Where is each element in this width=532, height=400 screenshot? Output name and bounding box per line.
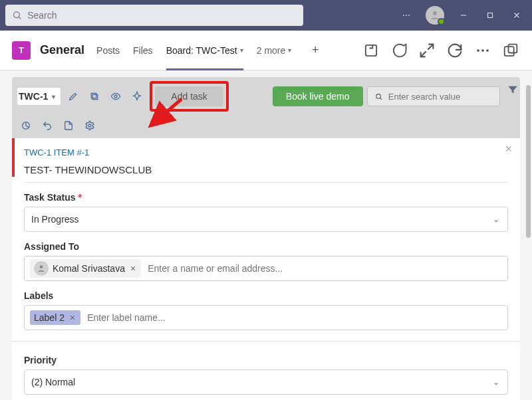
popout-icon[interactable] [501, 41, 520, 60]
svg-line-1 [19, 17, 21, 19]
chat-icon[interactable] [390, 41, 408, 60]
search-icon [12, 10, 22, 21]
tab-more-label: 2 more [257, 45, 286, 56]
user-avatar[interactable] [426, 6, 444, 25]
window-minimize-button[interactable] [452, 4, 475, 27]
close-panel-button[interactable]: × [505, 142, 512, 156]
add-tab-button[interactable]: + [307, 43, 323, 58]
settings-icon[interactable] [81, 117, 98, 134]
share-to-outlook-icon[interactable] [362, 41, 380, 60]
svg-rect-14 [505, 47, 514, 56]
task-status-label: Task Status [24, 192, 76, 203]
filter-icon[interactable] [507, 84, 519, 96]
scrollbar-thumb[interactable] [526, 85, 531, 238]
edit-icon[interactable] [65, 88, 82, 105]
priority-bar [12, 138, 15, 177]
remove-assignee-button[interactable]: × [129, 263, 137, 274]
svg-point-3 [406, 15, 407, 16]
chart-icon[interactable] [17, 117, 35, 134]
assignee-chip: Komal Srivastava × [30, 259, 141, 278]
project-selector[interactable]: TWC-1▾ [17, 88, 61, 105]
chevron-down-icon: ⌄ [493, 215, 499, 224]
assigned-to-input[interactable] [146, 259, 502, 278]
svg-rect-7 [488, 13, 493, 18]
channel-header: T General Posts Files Board: TWC-Test▾ 2… [0, 31, 532, 70]
global-search-input[interactable] [27, 10, 297, 21]
labels-label: Labels [24, 290, 53, 301]
svg-rect-17 [92, 93, 96, 98]
task-title-input[interactable] [24, 161, 508, 183]
board-search-input[interactable] [388, 92, 493, 102]
pin-icon[interactable] [128, 88, 146, 105]
chevron-down-icon: ⌄ [493, 377, 499, 387]
avatar-icon [34, 261, 49, 276]
titlebar [0, 0, 532, 31]
more-options-icon[interactable] [395, 4, 418, 27]
tab-files[interactable]: Files [133, 31, 153, 70]
task-item-id[interactable]: TWC-1 ITEM #-1 [24, 148, 508, 157]
label-chip-text: Label 2 [34, 312, 65, 323]
labels-field[interactable]: Label 2 × [24, 305, 508, 330]
board-search[interactable] [367, 86, 500, 106]
window-close-button[interactable] [505, 4, 528, 27]
refresh-icon[interactable] [446, 41, 464, 60]
board-panel: TWC-1▾ Add task Book live demo × TWC-1 I… [12, 77, 520, 348]
team-icon[interactable]: T [12, 41, 31, 60]
task-status-value: In Progress [31, 214, 79, 225]
svg-rect-15 [509, 44, 517, 52]
tab-board-label: Board: TWC-Test [166, 45, 237, 56]
labels-input[interactable] [86, 308, 502, 327]
assigned-to-label: Assigned To [24, 241, 79, 252]
svg-point-11 [477, 49, 479, 52]
remove-label-button[interactable]: × [68, 312, 76, 323]
svg-point-12 [481, 49, 484, 52]
svg-point-0 [14, 12, 20, 18]
tab-posts[interactable]: Posts [96, 31, 120, 70]
svg-point-4 [408, 15, 410, 16]
tab-more[interactable]: 2 more▾ [257, 31, 292, 70]
priority-label: Priority [24, 355, 57, 365]
window-maximize-button[interactable] [479, 4, 501, 27]
assigned-to-field[interactable]: Komal Srivastava × [24, 256, 508, 281]
svg-rect-16 [93, 94, 98, 99]
undo-icon[interactable] [39, 117, 56, 134]
svg-point-19 [376, 94, 380, 98]
global-search[interactable] [5, 5, 303, 26]
task-status-select[interactable]: In Progress ⌄ [24, 207, 508, 232]
task-detail-panel: × TWC-1 ITEM #-1 Task Status* In Progres… [12, 138, 520, 348]
svg-point-18 [114, 95, 117, 98]
copy-icon[interactable] [86, 88, 103, 105]
task-lower-section: Priority (2) Normal ⌄ Description Format… [12, 348, 520, 400]
add-task-button[interactable]: Add task [155, 86, 223, 106]
label-chip: Label 2 × [30, 310, 80, 325]
book-demo-button[interactable]: Book live demo [273, 86, 363, 106]
assignee-name: Komal Srivastava [53, 263, 125, 274]
svg-point-22 [88, 124, 91, 127]
svg-point-23 [40, 265, 43, 268]
visibility-icon[interactable] [107, 88, 124, 105]
more-horizontal-icon[interactable] [473, 41, 492, 60]
search-icon [374, 92, 383, 102]
chevron-down-icon: ▾ [240, 47, 243, 54]
priority-select[interactable]: (2) Normal ⌄ [24, 369, 508, 395]
board-toolbar: TWC-1▾ Add task Book live demo [12, 77, 520, 138]
add-task-highlight: Add task [150, 81, 228, 112]
required-indicator: * [78, 192, 82, 203]
priority-value: (2) Normal [31, 377, 75, 387]
svg-line-20 [380, 98, 381, 99]
svg-rect-10 [366, 45, 376, 55]
presence-available-icon [438, 18, 445, 25]
channel-name: General [40, 43, 84, 57]
svg-point-5 [433, 11, 437, 15]
svg-point-13 [486, 49, 489, 52]
tab-board[interactable]: Board: TWC-Test▾ [166, 31, 243, 70]
expand-icon[interactable] [418, 41, 436, 60]
export-pdf-icon[interactable] [60, 117, 77, 134]
chevron-down-icon: ▾ [288, 47, 291, 54]
svg-point-2 [403, 15, 404, 16]
